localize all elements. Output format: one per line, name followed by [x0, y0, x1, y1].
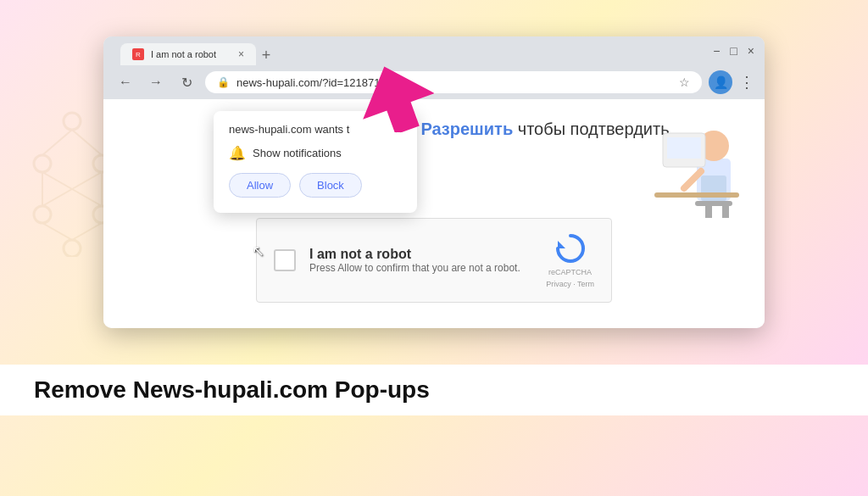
svg-line-6 [42, 130, 72, 155]
page-title: Remove News-hupali.com Pop-ups [34, 376, 430, 404]
svg-rect-23 [722, 206, 729, 218]
russian-allow-text: Разрешить [420, 120, 513, 138]
allow-button[interactable]: Allow [229, 173, 291, 198]
page-content: Разрешить чтобы подтвердить [103, 99, 765, 328]
url-text: news-hupali.com/?id=1218717454 [236, 76, 672, 89]
browser-tab-bar: R I am not a robot × + − □ × [103, 36, 765, 65]
close-btn[interactable]: × [748, 44, 754, 58]
arrow-pointer [358, 64, 434, 136]
popup-buttons: Allow Block [229, 173, 402, 198]
block-button[interactable]: Block [299, 173, 362, 198]
svg-point-3 [34, 206, 51, 223]
bottom-title-bar: Remove News-hupali.com Pop-ups [0, 365, 868, 415]
browser-tab[interactable]: R I am not a robot × [120, 43, 256, 65]
profile-btn[interactable]: 👤 [709, 70, 732, 94]
robot-illustration [646, 108, 748, 218]
bell-icon: 🔔 [229, 145, 246, 161]
forward-btn[interactable]: → [144, 70, 168, 94]
recaptcha-logo: reCAPTCHA Privacy · Term [546, 232, 594, 288]
mouse-cursor: ↖ [252, 242, 264, 260]
menu-btn[interactable]: ⋮ [739, 73, 754, 92]
captcha-checkbox[interactable] [274, 249, 296, 271]
svg-rect-18 [667, 137, 701, 159]
address-bar: ← → ↻ 🔒 news-hupali.com/?id=1218717454 ☆… [103, 65, 765, 99]
back-btn[interactable]: ← [114, 70, 137, 94]
popup-notification-row: 🔔 Show notifications [229, 145, 402, 161]
svg-point-1 [34, 155, 51, 172]
svg-point-0 [64, 113, 81, 130]
svg-marker-24 [358, 64, 434, 132]
svg-line-7 [72, 130, 102, 155]
page-text: Разрешить чтобы подтвердить [420, 120, 669, 139]
bookmark-icon[interactable]: ☆ [679, 75, 690, 89]
captcha-sub: Press Allow to confirm that you are not … [309, 262, 520, 274]
minimize-btn[interactable]: − [713, 44, 720, 58]
tab-favicon: R [132, 48, 144, 60]
tab-title: I am not a robot [151, 49, 231, 59]
new-tab-btn[interactable]: + [256, 45, 276, 65]
svg-line-13 [72, 223, 102, 240]
tab-close-btn[interactable]: × [238, 48, 244, 60]
window-controls: − □ × [713, 44, 754, 64]
lock-icon: 🔒 [217, 76, 230, 88]
address-input[interactable]: 🔒 news-hupali.com/?id=1218717454 ☆ [205, 71, 702, 93]
svg-rect-21 [695, 201, 732, 206]
recaptcha-label: reCAPTCHA [548, 268, 592, 276]
captcha-text-group: I am not a robot Press Allow to confirm … [309, 247, 520, 274]
svg-line-12 [42, 223, 72, 240]
svg-rect-19 [654, 192, 739, 198]
notification-popup: news-hupali.com wants t × 🔔 Show notific… [214, 111, 417, 213]
browser-window: R I am not a robot × + − □ × ← → ↻ 🔒 new… [103, 36, 765, 328]
show-notifications-text: Show notifications [253, 147, 342, 159]
captcha-box: I am not a robot Press Allow to confirm … [256, 218, 612, 303]
captcha-label: I am not a robot [309, 247, 520, 262]
svg-rect-22 [705, 206, 712, 218]
svg-point-5 [64, 240, 81, 257]
maximize-btn[interactable]: □ [730, 44, 737, 58]
reload-btn[interactable]: ↻ [175, 70, 198, 94]
recaptcha-privacy: Privacy · Term [546, 280, 594, 288]
